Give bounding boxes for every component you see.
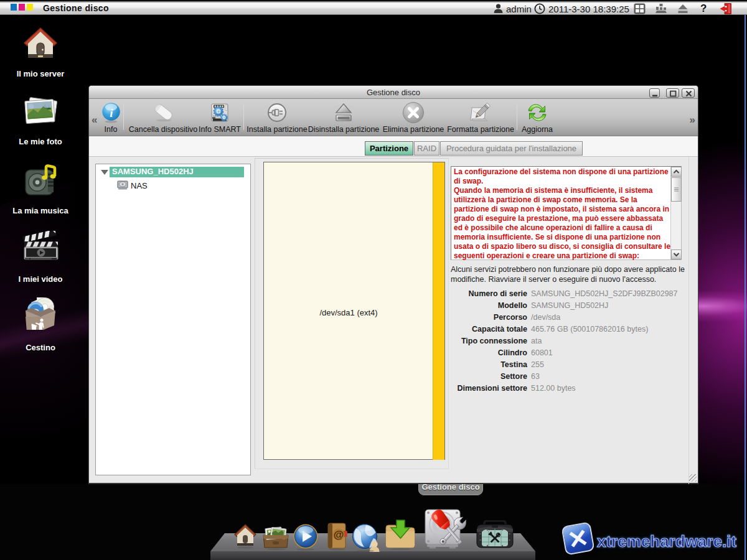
svg-text:i: i: [110, 106, 113, 119]
svg-text:@: @: [334, 529, 344, 541]
